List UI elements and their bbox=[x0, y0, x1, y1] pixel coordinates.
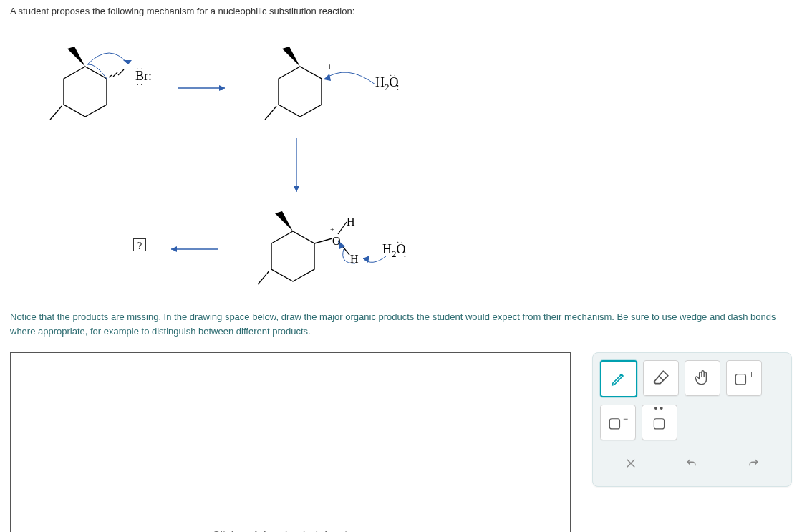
h-label-top: H bbox=[347, 216, 355, 228]
h-label-bottom: H bbox=[350, 253, 359, 266]
undo-icon bbox=[685, 456, 699, 470]
svg-line-5 bbox=[59, 106, 62, 109]
clear-button[interactable] bbox=[614, 448, 648, 479]
svg-line-23 bbox=[263, 274, 266, 279]
svg-marker-17 bbox=[324, 74, 331, 81]
mechanism-diagram: .. Br: .. + H2O..: bbox=[24, 31, 792, 289]
svg-line-13 bbox=[274, 106, 276, 109]
toolbox: ▢+ ▢− •• ▢ bbox=[592, 352, 792, 487]
instruction-text: Notice that the products are missing. In… bbox=[10, 310, 792, 338]
svg-line-34 bbox=[659, 376, 664, 381]
svg-marker-8 bbox=[123, 60, 132, 64]
marquee-plus-tool[interactable]: ▢+ bbox=[726, 360, 762, 396]
move-tool[interactable] bbox=[685, 360, 720, 396]
br-label: .. Br: .. bbox=[135, 69, 152, 84]
svg-marker-10 bbox=[219, 85, 225, 91]
svg-line-28 bbox=[338, 222, 347, 234]
svg-marker-12 bbox=[282, 47, 300, 67]
marquee-plus-icon: ▢+ bbox=[734, 369, 754, 387]
svg-marker-21 bbox=[275, 211, 293, 231]
svg-line-7 bbox=[50, 114, 55, 120]
canvas-hint: Click and drag to start drawing a struct… bbox=[11, 528, 570, 532]
svg-line-4 bbox=[118, 69, 124, 75]
svg-line-14 bbox=[270, 110, 274, 114]
svg-line-24 bbox=[258, 279, 263, 284]
svg-marker-33 bbox=[171, 246, 177, 252]
redo-button[interactable] bbox=[736, 448, 770, 479]
svg-line-6 bbox=[55, 110, 59, 114]
question-prompt: A student proposes the following mechani… bbox=[10, 6, 792, 16]
pencil-icon bbox=[610, 370, 627, 387]
lone-pair-tool[interactable]: •• ▢ bbox=[642, 405, 677, 440]
lone-pair-icon: •• ▢ bbox=[652, 414, 666, 431]
deprot-arrow bbox=[361, 246, 404, 274]
reaction-arrow-2 bbox=[289, 135, 304, 199]
svg-text::: : bbox=[326, 230, 328, 238]
svg-marker-19 bbox=[294, 186, 299, 192]
structure-1 bbox=[24, 34, 168, 142]
o-label: O bbox=[332, 235, 341, 248]
svg-marker-0 bbox=[64, 67, 107, 117]
eraser-icon bbox=[652, 369, 670, 387]
redo-icon bbox=[746, 456, 760, 470]
svg-line-3 bbox=[113, 72, 117, 77]
svg-line-2 bbox=[109, 75, 112, 77]
svg-text:+: + bbox=[330, 225, 334, 233]
hand-icon bbox=[693, 369, 712, 387]
svg-line-15 bbox=[265, 114, 270, 120]
product-placeholder: ? bbox=[133, 238, 146, 251]
drawing-canvas[interactable]: Click and drag to start drawing a struct… bbox=[10, 352, 571, 532]
svg-marker-1 bbox=[67, 47, 85, 67]
eraser-tool[interactable] bbox=[643, 360, 679, 396]
marquee-minus-icon: ▢− bbox=[608, 414, 628, 431]
svg-marker-20 bbox=[271, 231, 314, 281]
svg-line-22 bbox=[267, 271, 269, 274]
attack-arrow-1 bbox=[318, 59, 404, 102]
svg-line-25 bbox=[314, 238, 332, 243]
reaction-arrow-3 bbox=[164, 242, 221, 256]
close-icon bbox=[624, 457, 637, 470]
svg-marker-11 bbox=[279, 67, 322, 117]
pencil-tool[interactable] bbox=[600, 360, 637, 397]
reaction-arrow-1 bbox=[175, 81, 232, 95]
marquee-minus-tool[interactable]: ▢− bbox=[600, 405, 636, 440]
undo-button[interactable] bbox=[675, 448, 709, 479]
